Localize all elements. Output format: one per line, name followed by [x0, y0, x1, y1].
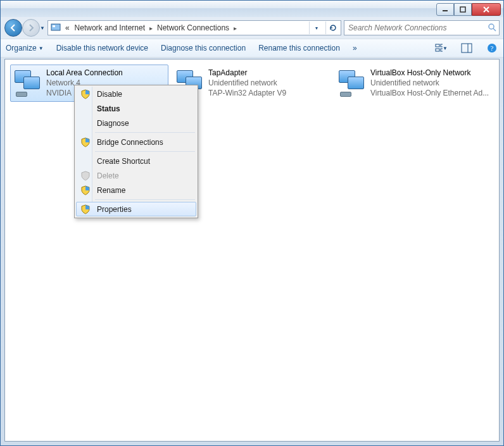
control-panel-icon: [51, 22, 61, 34]
diagnose-button[interactable]: Diagnose this connection: [161, 44, 246, 53]
toolbar-overflow[interactable]: »: [353, 44, 357, 53]
connection-adapter: VirtualBox Host-Only Ethernet Ad...: [370, 88, 489, 98]
svg-line-5: [493, 28, 496, 31]
connection-status: Unidentified network: [370, 78, 489, 88]
disable-device-button[interactable]: Disable this network device: [56, 44, 148, 53]
organize-menu[interactable]: Organize ▼: [6, 44, 44, 53]
titlebar: [1, 1, 503, 17]
connection-adapter: TAP-Win32 Adapter V9: [208, 88, 286, 98]
shield-icon: [80, 185, 91, 195]
chevron-right-icon[interactable]: ▸: [232, 25, 238, 32]
breadcrumb: « Network and Internet ▸ Network Connect…: [63, 22, 306, 34]
search-input[interactable]: [347, 23, 488, 33]
help-button[interactable]: ?: [486, 42, 498, 54]
forward-button[interactable]: [22, 19, 40, 37]
shield-icon: [80, 89, 91, 99]
breadcrumb-overflow[interactable]: «: [63, 22, 72, 34]
network-adapter-icon: [12, 68, 42, 98]
connection-name: VirtualBox Host-Only Network: [370, 68, 489, 78]
ctx-bridge[interactable]: Bridge Connections: [76, 135, 196, 149]
chevron-down-icon: ▼: [39, 46, 44, 51]
breadcrumb-item[interactable]: Network Connections: [155, 22, 231, 34]
ctx-diagnose[interactable]: Diagnose: [76, 116, 196, 130]
svg-rect-8: [436, 49, 439, 51]
ctx-label: Disable: [97, 90, 122, 99]
network-adapter-icon: [336, 68, 367, 98]
ctx-label: Properties: [97, 205, 132, 214]
window-buttons: [436, 3, 501, 16]
chevron-down-icon: ▼: [443, 46, 448, 51]
explorer-window: ▼ « Network and Internet ▸ Network Conne…: [0, 0, 504, 446]
connection-text: TapAdapter Unidentified network TAP-Win3…: [208, 68, 286, 99]
ctx-delete: Delete: [76, 168, 196, 183]
nav-buttons: ▼: [4, 19, 45, 37]
connection-status: Unidentified network: [208, 78, 286, 88]
address-bar[interactable]: « Network and Internet ▸ Network Connect…: [47, 20, 341, 35]
ctx-disable[interactable]: Disable: [76, 87, 196, 101]
svg-rect-10: [462, 44, 472, 53]
nav-row: ▼ « Network and Internet ▸ Network Conne…: [1, 17, 503, 39]
organize-label: Organize: [6, 44, 37, 53]
svg-text:?: ?: [491, 44, 494, 52]
close-button[interactable]: [472, 3, 501, 16]
refresh-button[interactable]: [325, 22, 339, 34]
minimize-button[interactable]: [436, 3, 454, 16]
view-menu[interactable]: ▼: [435, 42, 448, 54]
ctx-label: Diagnose: [97, 119, 129, 128]
chevron-right-icon[interactable]: ▸: [148, 25, 154, 32]
shield-icon: [80, 204, 91, 214]
separator: [95, 151, 195, 152]
search-icon: [488, 23, 496, 34]
connection-item[interactable]: VirtualBox Host-Only Network Unidentifie…: [334, 65, 493, 102]
separator: [95, 199, 195, 200]
connection-name: Local Area Connection: [46, 68, 123, 78]
rename-button[interactable]: Rename this connection: [258, 44, 340, 53]
toolbar: Organize ▼ Disable this network device D…: [1, 39, 503, 58]
ctx-rename[interactable]: Rename: [76, 183, 196, 197]
nav-history-dropdown-icon[interactable]: ▼: [40, 25, 45, 31]
breadcrumb-item[interactable]: Network and Internet: [73, 22, 147, 34]
ctx-label: Status: [97, 104, 120, 113]
ctx-label: Rename: [97, 186, 125, 195]
svg-point-4: [489, 24, 494, 29]
ctx-label: Delete: [97, 171, 119, 180]
connection-text: VirtualBox Host-Only Network Unidentifie…: [370, 68, 489, 99]
address-dropdown[interactable]: ▾: [309, 22, 323, 34]
maximize-button[interactable]: [454, 3, 472, 16]
ctx-label: Create Shortcut: [97, 157, 150, 166]
ctx-properties[interactable]: Properties: [76, 202, 196, 216]
svg-rect-1: [460, 7, 465, 12]
connection-name: TapAdapter: [208, 68, 286, 78]
ctx-label: Bridge Connections: [97, 138, 163, 147]
preview-pane-button[interactable]: [460, 42, 473, 54]
context-menu: Disable Status Diagnose Bridge Connectio…: [74, 85, 198, 218]
back-button[interactable]: [4, 19, 22, 37]
search-field[interactable]: [344, 20, 500, 35]
ctx-status[interactable]: Status: [76, 101, 196, 116]
separator: [95, 132, 195, 133]
ctx-create-shortcut[interactable]: Create Shortcut: [76, 154, 196, 168]
shield-icon: [80, 171, 91, 181]
svg-rect-3: [53, 25, 55, 27]
shield-icon: [80, 137, 91, 147]
svg-rect-6: [436, 44, 439, 47]
svg-rect-0: [443, 10, 448, 11]
